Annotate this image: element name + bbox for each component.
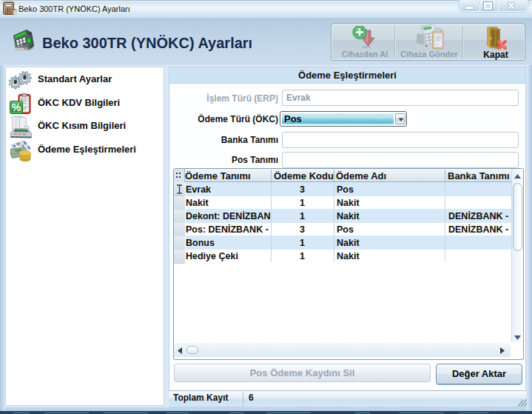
svg-text:%: % xyxy=(12,101,21,113)
